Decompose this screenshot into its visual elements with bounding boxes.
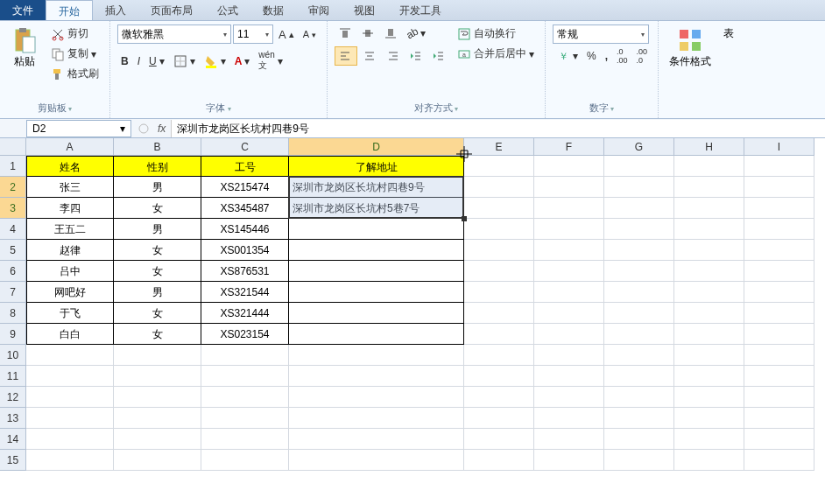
cell-H10[interactable] (674, 345, 744, 366)
cell-H9[interactable] (674, 324, 744, 345)
cell-I13[interactable] (744, 408, 814, 429)
cell-I10[interactable] (744, 345, 814, 366)
accounting-format-button[interactable]: ￥▾ (553, 47, 582, 65)
col-header-I[interactable]: I (744, 138, 814, 156)
col-header-A[interactable]: A (26, 138, 114, 156)
data-cell-a-3[interactable]: 李四 (26, 198, 114, 219)
cell-C10[interactable] (201, 345, 289, 366)
cell-H13[interactable] (674, 408, 744, 429)
decrease-indent-button[interactable] (405, 47, 426, 65)
cell-G8[interactable] (604, 303, 674, 324)
italic-button[interactable]: I (134, 53, 144, 69)
cell-B14[interactable] (114, 429, 201, 450)
cell-G3[interactable] (604, 198, 674, 219)
cell-C13[interactable] (201, 408, 289, 429)
data-cell-c-9[interactable]: XS023154 (201, 324, 289, 345)
data-cell-b-9[interactable]: 女 (114, 324, 201, 345)
row-header-4[interactable]: 4 (0, 219, 26, 240)
cell-I6[interactable] (744, 261, 814, 282)
data-cell-b-7[interactable]: 男 (114, 282, 201, 303)
header-cell-c[interactable]: 工号 (201, 156, 289, 177)
cell-D12[interactable] (289, 387, 464, 408)
cell-H11[interactable] (674, 366, 744, 387)
cell-E15[interactable] (464, 450, 534, 471)
cell-H12[interactable] (674, 387, 744, 408)
cell-B13[interactable] (114, 408, 201, 429)
row-header-6[interactable]: 6 (0, 261, 26, 282)
cut-button[interactable]: 剪切 (47, 24, 102, 43)
increase-decimal-button[interactable]: .0.00 (613, 46, 631, 66)
row-header-7[interactable]: 7 (0, 282, 26, 303)
tab-data[interactable]: 数据 (250, 0, 296, 20)
col-header-E[interactable]: E (464, 138, 534, 156)
cell-G12[interactable] (604, 387, 674, 408)
cell-E9[interactable] (464, 324, 534, 345)
align-top-button[interactable] (335, 24, 356, 42)
align-middle-button[interactable] (357, 24, 378, 42)
cell-E3[interactable] (464, 198, 534, 219)
cell-I15[interactable] (744, 450, 814, 471)
data-cell-d-2[interactable]: 深圳市龙岗区长坑村四巷9号 (289, 177, 464, 198)
cell-F8[interactable] (534, 303, 604, 324)
cell-E1[interactable] (464, 156, 534, 177)
cell-A13[interactable] (26, 408, 114, 429)
header-cell-d[interactable]: 了解地址 (289, 156, 464, 177)
cell-E5[interactable] (464, 240, 534, 261)
borders-button[interactable]: ▾ (170, 52, 199, 70)
cell-C11[interactable] (201, 366, 289, 387)
cell-E11[interactable] (464, 366, 534, 387)
format-painter-button[interactable]: 格式刷 (47, 65, 102, 83)
increase-font-button[interactable]: A▴ (275, 26, 298, 43)
row-header-14[interactable]: 14 (0, 429, 26, 450)
phonetic-button[interactable]: wén文▾ (255, 48, 286, 74)
cell-E6[interactable] (464, 261, 534, 282)
data-cell-d-9[interactable] (289, 324, 464, 345)
cell-F4[interactable] (534, 219, 604, 240)
data-cell-d-8[interactable] (289, 303, 464, 324)
data-cell-a-9[interactable]: 白白 (26, 324, 114, 345)
cell-I12[interactable] (744, 387, 814, 408)
data-cell-b-4[interactable]: 男 (114, 219, 201, 240)
row-header-15[interactable]: 15 (0, 450, 26, 471)
cell-H15[interactable] (674, 450, 744, 471)
cancel-icon[interactable] (138, 122, 150, 135)
data-cell-a-4[interactable]: 王五二 (26, 219, 114, 240)
cell-I8[interactable] (744, 303, 814, 324)
cell-F9[interactable] (534, 324, 604, 345)
data-cell-b-6[interactable]: 女 (114, 261, 201, 282)
cell-E13[interactable] (464, 408, 534, 429)
font-size-select[interactable]: 11▾ (233, 24, 273, 44)
cell-D15[interactable] (289, 450, 464, 471)
row-header-2[interactable]: 2 (0, 177, 26, 198)
cell-C15[interactable] (201, 450, 289, 471)
number-format-select[interactable]: 常规▾ (553, 24, 649, 44)
cell-B15[interactable] (114, 450, 201, 471)
cell-D13[interactable] (289, 408, 464, 429)
align-right-button[interactable] (382, 47, 403, 65)
fill-color-button[interactable]: ▾ (201, 52, 229, 70)
cell-H4[interactable] (674, 219, 744, 240)
align-bottom-button[interactable] (380, 24, 401, 42)
align-center-button[interactable] (359, 47, 380, 65)
cell-I9[interactable] (744, 324, 814, 345)
cell-B11[interactable] (114, 366, 201, 387)
cell-I5[interactable] (744, 240, 814, 261)
data-cell-c-7[interactable]: XS321544 (201, 282, 289, 303)
data-cell-b-2[interactable]: 男 (114, 177, 201, 198)
data-cell-a-8[interactable]: 于飞 (26, 303, 114, 324)
data-cell-c-8[interactable]: XS321444 (201, 303, 289, 324)
header-cell-b[interactable]: 性别 (114, 156, 201, 177)
tab-page-layout[interactable]: 页面布局 (138, 0, 205, 20)
row-header-3[interactable]: 3 (0, 198, 26, 219)
tab-developer[interactable]: 开发工具 (387, 0, 454, 20)
cell-H1[interactable] (674, 156, 744, 177)
cell-G4[interactable] (604, 219, 674, 240)
formula-input[interactable]: 深圳市龙岗区长坑村四巷9号 (171, 120, 825, 137)
row-header-11[interactable]: 11 (0, 366, 26, 387)
cell-G7[interactable] (604, 282, 674, 303)
tab-file[interactable]: 文件 (0, 0, 46, 20)
wrap-text-button[interactable]: 自动换行 (454, 24, 538, 43)
cell-H14[interactable] (674, 429, 744, 450)
orientation-button[interactable]: ab▾ (403, 25, 429, 41)
row-header-8[interactable]: 8 (0, 303, 26, 324)
